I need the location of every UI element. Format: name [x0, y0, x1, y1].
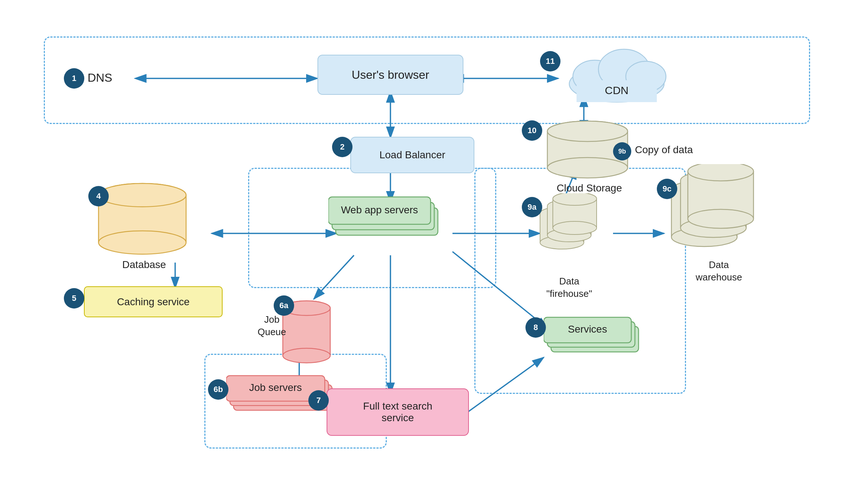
- caching-service-badge: 5: [64, 288, 84, 309]
- data-firehouse-label: Data"firehouse": [533, 275, 606, 300]
- cloud-storage-badge: 10: [522, 120, 542, 141]
- svg-point-33: [99, 231, 186, 254]
- svg-point-43: [283, 348, 330, 363]
- database-badge: 4: [88, 186, 109, 206]
- job-queue-badge: 6a: [274, 295, 294, 316]
- job-servers-badge: 6b: [208, 379, 228, 400]
- database-label: Database: [99, 259, 190, 271]
- data-warehouse-badge: 9c: [657, 179, 677, 199]
- svg-point-27: [547, 158, 628, 178]
- svg-point-68: [553, 193, 597, 205]
- data-firehouse-badge: 9a: [522, 197, 542, 217]
- copy-of-data-label: Copy of data: [635, 144, 693, 156]
- full-text-search-badge: 7: [308, 390, 329, 411]
- full-text-search-box: Full text searchservice: [327, 388, 469, 436]
- database-cylinder: [95, 182, 190, 255]
- users-browser-box: User's browser: [317, 55, 463, 95]
- dns-label: DNS: [88, 71, 112, 85]
- copy-of-data-badge: 9b: [613, 142, 631, 160]
- svg-point-67: [553, 221, 597, 234]
- services-badge: 8: [525, 317, 546, 338]
- dns-badge: 1: [64, 68, 84, 89]
- load-balancer-badge: 2: [332, 137, 352, 157]
- svg-point-28: [547, 121, 628, 141]
- svg-text:Services: Services: [568, 323, 607, 335]
- svg-point-84: [688, 164, 754, 181]
- svg-point-83: [688, 209, 754, 228]
- services: Services: [544, 314, 646, 372]
- svg-text:CDN: CDN: [605, 84, 629, 96]
- job-queue-label: JobQueue: [248, 314, 296, 338]
- data-warehouse-label: Datawarehouse: [682, 259, 755, 284]
- data-firehouse-cylinders: [533, 193, 606, 274]
- cloud-storage-label: Cloud Storage: [547, 182, 631, 194]
- svg-text:Web app servers: Web app servers: [341, 204, 418, 216]
- diagram-container: 1 DNS User's browser 11 CDN 2 Load Balan…: [0, 0, 867, 504]
- svg-text:Job servers: Job servers: [249, 382, 302, 393]
- cdn-badge: 11: [540, 51, 560, 71]
- load-balancer-box: Load Balancer: [350, 137, 474, 173]
- web-app-servers: Web app servers: [328, 193, 445, 259]
- caching-service-box: Caching service: [84, 286, 223, 317]
- cdn-cloud: CDN: [562, 33, 671, 106]
- data-warehouse-cylinders: [664, 164, 774, 266]
- svg-point-34: [99, 183, 186, 207]
